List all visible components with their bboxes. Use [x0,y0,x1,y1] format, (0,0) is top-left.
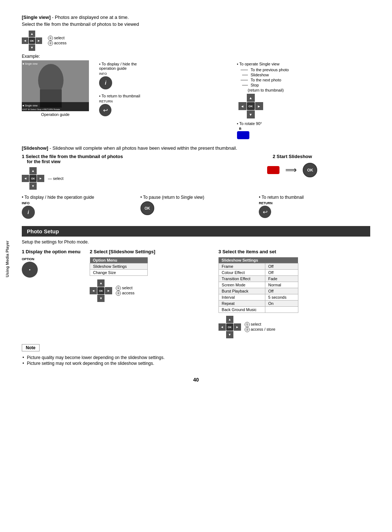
slideshow-return-thumb: • To return to thumbnail RETURN ↩ [259,195,370,218]
return-label-ss: RETURN [259,201,273,205]
step1-block: 1 Display the option menu OPTION • [22,249,82,278]
slideshow-display-hide: • To display / hide the operation guide … [22,195,133,219]
single-view-section: [Single view] - Photos are displayed one… [22,15,370,140]
option-button: • [22,262,38,278]
note-section: Note Picture quality may become lower de… [22,344,370,366]
option-menu-table: Option Menu Slideshow SettingsChange Siz… [90,257,148,276]
page-number: 40 [22,377,370,383]
dpad-step3: ▲ ◄ OK ► ▼ [219,316,241,338]
return-button-1: ↩ [99,104,111,116]
dpad-step2: ▲ ◄ OK ► ▼ [90,279,112,302]
info-label-1: INFO [99,72,107,76]
return-button-ss: ↩ [259,206,271,218]
photo-setup-header: Photo Setup [22,226,370,237]
slideshow-title: [Slideshow] - Slideshow will complete wh… [22,145,370,151]
svg-text:EXIT ⊕ Select Stop ↩RETURN Rot: EXIT ⊕ Select Stop ↩RETURN Rotate [23,108,60,110]
b-label: B [239,127,371,130]
red-button [267,166,279,174]
single-view-subtitle: Select the file from the thumbnail of ph… [22,21,370,27]
step3-title: 3 Select the items and set [219,249,370,254]
ok-button-ss: OK [303,163,317,177]
slideshow-step1: 1 Select the file from the thumbnail of … [22,154,209,190]
using-media-player-label: Using Media Player [5,241,9,277]
return-label-1: RETURN [99,100,113,103]
ok-button-pause: OK [140,201,154,215]
photo-example: ■ Single view ■ Single view EXIT ⊕ Selec… [22,60,89,117]
slideshow-settings-table: Slideshow Settings FrameOffColour Effect… [219,257,298,313]
blue-button [237,131,249,139]
note-box: Note [22,344,40,351]
slideshow-section: [Slideshow] - Slideshow will complete wh… [22,145,370,219]
photo-setup-desc: Setup the settings for Photo mode. [22,239,370,245]
option-label: OPTION [22,257,82,261]
dpad-operate: ▲ ◄ OK ► ▼ [238,94,371,118]
svg-text:■ Single view: ■ Single view [23,63,38,65]
step3-block: 3 Select the items and set Slideshow Set… [219,249,370,338]
big-arrow-icon: ⟹ [285,165,297,175]
slideshow-step2: 2 Start Slideshow ⟹ OK [215,154,370,177]
step1-title: 1 Display the option menu [22,249,82,254]
step2-block: 2 Select [Slideshow Settings] Option Men… [90,249,211,302]
slideshow-pause: • To pause (return to Single view) OK [140,195,252,215]
example-label: Example: [22,54,370,59]
info-label-ss: INFO [22,201,30,205]
step2-title: 2 Select [Slideshow Settings] [90,249,211,254]
photo-setup-section: Using Media Player Photo Setup Setup the… [22,226,370,366]
svg-text:■ Single view: ■ Single view [23,104,38,107]
operation-guide-label: Operation guide [22,112,89,117]
info-button-ss: i [22,206,35,219]
dpad-button: ▲ ◄ OK ► ▼ [22,31,42,51]
info-button-1: i [99,76,112,89]
dpad-slideshow-1: ▲ ◄ OK ► ▼ [22,167,44,190]
single-view-title: [Single view] - Photos are displayed one… [22,15,370,20]
